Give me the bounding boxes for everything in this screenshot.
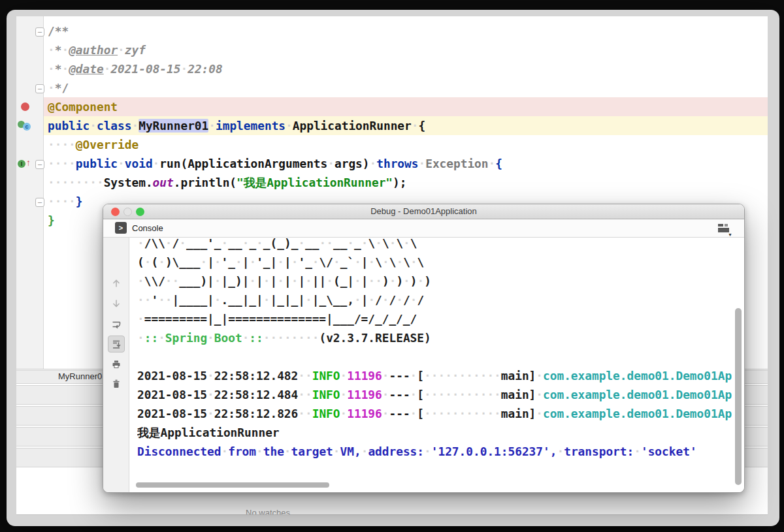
fold-marker-icon[interactable]: –: [35, 160, 44, 169]
chevron-down-icon: ▼: [728, 232, 732, 237]
console-line: [137, 347, 735, 366]
fold-marker-icon[interactable]: –: [35, 198, 44, 207]
up-stack-trace-button[interactable]: [108, 275, 125, 292]
implements-method-icon[interactable]: I↑: [18, 159, 35, 169]
code-line: ·*/: [44, 78, 768, 97]
console-output[interactable]: ·/\\·/·___'_·__·_·_(_)_·__··__·_·\·\·\·\…: [129, 238, 744, 492]
zoom-button[interactable]: [136, 208, 144, 216]
console-line: 我是ApplicationRunner: [137, 423, 735, 442]
code-line: ·*·@date·2021-08-15·22:08: [44, 59, 768, 78]
vertical-scrollbar[interactable]: [735, 308, 742, 485]
console-body: ·/\\·/·___'_·__·_·_(_)_·__··__·_·\·\·\·\…: [103, 238, 744, 492]
code-line: ········System.out.println("我是Applicatio…: [44, 173, 768, 192]
no-watches-text: No watches: [222, 508, 314, 515]
console-icon: >: [115, 222, 127, 234]
code-line: ·*·@author·zyf: [44, 40, 768, 59]
console-line: 2021-08-15·22:58:12.484··INFO·11196·---·…: [137, 385, 735, 404]
code-lines[interactable]: /**·*·@author·zyf·*·@date·2021-08-15·22:…: [44, 22, 768, 230]
code-line: /**: [44, 22, 768, 40]
code-line: ····@Override: [44, 135, 768, 154]
down-stack-trace-button[interactable]: [108, 295, 125, 312]
console-line: Disconnected·from·the·target·VM,·address…: [137, 442, 735, 461]
code-line: public·class·MyRunner01·implements·Appli…: [44, 116, 768, 135]
code-line: ····public·void·run(ApplicationArguments…: [44, 154, 768, 173]
close-button[interactable]: [111, 208, 120, 216]
breakpoint-icon[interactable]: [21, 102, 29, 111]
console-toolbar: [103, 238, 129, 492]
console-lines: ·/\\·/·___'_·__·_·_(_)_·__··__·_·\·\·\·\…: [137, 238, 735, 461]
layout-settings-icon[interactable]: ▼: [718, 224, 730, 232]
console-line: ·=========|_|==============|___/=/_/_/_/: [137, 309, 735, 328]
console-line: 2021-08-15·22:58:12.826··INFO·11196·---·…: [137, 404, 735, 423]
scroll-to-end-button[interactable]: [108, 336, 125, 352]
soft-wrap-button[interactable]: [108, 316, 125, 333]
debug-console-window[interactable]: Debug - Demo01Application > Console ▼: [103, 204, 745, 493]
debug-window-titlebar[interactable]: Debug - Demo01Application: [103, 204, 744, 219]
class-icon: c: [18, 121, 32, 131]
fold-marker-icon[interactable]: –: [35, 84, 44, 93]
horizontal-scrollbar[interactable]: [136, 482, 329, 488]
console-line: ··'··|____|·.__|_|·|_|_|·|_\__,·|·/·/·/·…: [137, 290, 735, 309]
frame-label: MyRunner01: [58, 371, 106, 381]
console-line: ·::·Spring·Boot·::········(v2.3.7.RELEAS…: [137, 328, 735, 347]
print-button[interactable]: [108, 356, 125, 373]
debug-window-title: Debug - Demo01Application: [103, 204, 744, 219]
editor-gutter[interactable]: ––cI↑––: [16, 16, 44, 369]
console-line: ·\\/··___)|·|_)|·|·|·|·|·||·(_|·|··)·)·)…: [137, 272, 735, 290]
code-line: @Component: [44, 97, 768, 116]
clear-all-button[interactable]: [108, 375, 125, 392]
tab-console[interactable]: Console: [132, 219, 163, 237]
console-line: 2021-08-15·22:58:12.482··INFO·11196·---·…: [137, 366, 735, 385]
fold-marker-icon[interactable]: –: [35, 27, 44, 37]
minimize-button[interactable]: [123, 208, 132, 216]
debug-tabbar: > Console ▼: [103, 219, 744, 238]
console-line: ·/\\·/·___'_·__·_·_(_)_·__··__·_·\·\·\·\: [137, 238, 735, 253]
console-line: (·(·)\___·|·'_·|·'_|·|·'_·\/·_`·|·\·\·\·…: [137, 253, 735, 272]
